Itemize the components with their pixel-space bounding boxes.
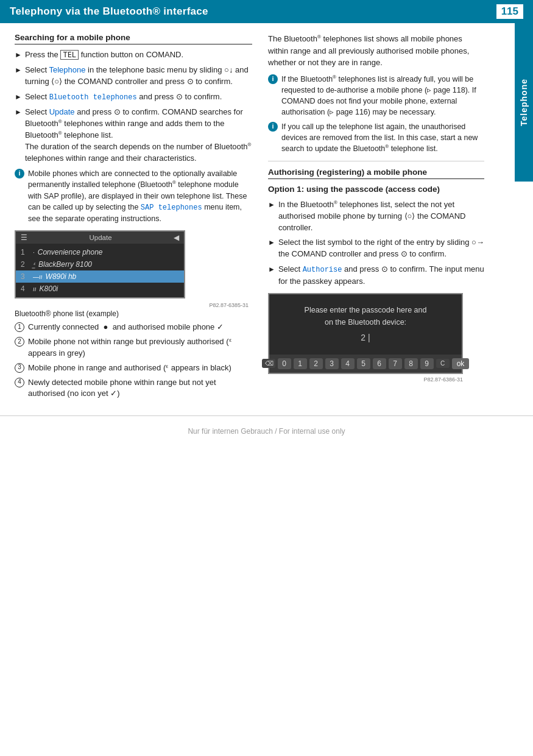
passcode-screenshot: Please enter the passcode here and on th… [268,293,463,373]
screenshot-list: 1 · Convenience phone 2 ᵋ̲ BlackBerry 81… [16,244,184,297]
numpad-1[interactable]: 1 [294,358,307,369]
numpad-5[interactable]: 5 [357,358,370,369]
bullet-item-1: ► Press the TEL function button on COMAN… [15,49,252,61]
page-number: 115 [496,4,523,19]
numpad-clear-icon: C [436,359,450,368]
num-item-1: 1 Currently connected ● and authorised m… [15,322,252,333]
num-circle-4: 4 [15,378,24,387]
info-icon-3: i [268,122,278,132]
left-column: Searching for a mobile phone ► Press the… [0,33,262,403]
right-arrow-2: ► [268,238,275,248]
numpad-9[interactable]: 9 [420,358,434,369]
row-label-4: K800i [40,284,58,293]
bullet-item-2: ► Select Telephone in the telephone basi… [15,65,252,88]
right-arrow-1: ► [268,200,275,210]
screenshot-row-3: 3 —ıı W890i hb [16,270,184,283]
passcode-line2: on the Bluetooth device: [281,316,450,328]
num-text-3: Mobile phone in range and authorised (ᵋ … [28,362,252,374]
row-num-3: 3 [21,272,29,281]
screenshot-caption: Bluetooth® phone list (example) [15,309,252,318]
screenshot-row-2: 2 ᵋ̲ BlackBerry 8100 [16,258,184,270]
num-text-1: Currently connected ● and authorised mob… [28,322,252,333]
numpad-2[interactable]: 2 [309,358,323,369]
num-circle-1: 1 [15,322,24,332]
bullet-item-3: ► Select Bluetooth telephones and press … [15,91,252,103]
section-heading-search: Searching for a mobile phone [15,33,252,44]
right-bullet-3: ► Select Authorise and press ⊙ to confir… [268,264,484,287]
footer-watermark: Nur für internen Gebrauch / For internal… [0,415,533,440]
screenshot-header-icon: ☰ [21,233,27,242]
row-icon-4: ıı [33,286,37,292]
content-wrapper: Searching for a mobile phone ► Press the… [0,23,533,403]
passcode-line1: Please enter the passcode here and [281,304,450,316]
numpad-6[interactable]: 6 [373,358,386,369]
passcode-ref: P82.87-6386-31 [268,376,463,383]
screenshot-row-4: 4 ıı K800i [16,283,184,295]
option-heading: Option 1: using the passcode (access cod… [268,184,484,196]
numpad-4[interactable]: 4 [341,358,355,369]
right-arrow-3: ► [268,264,275,275]
row-icon-1: · [33,249,35,256]
screenshot-box: ☰ Update ◀ 1 · Convenience phone 2 ᵋ̲ Bl… [15,230,185,299]
right-bullet-text-1: In the Bluetooth® telephones list, selec… [278,199,484,234]
bullet-arrow-1: ► [15,50,22,60]
right-intro-text: The Bluetooth® telephones list shows all… [268,33,484,69]
header-title: Telephony via the Bluetooth® interface [10,5,208,18]
numpad-back-icon: ⌫ [262,359,275,368]
right-bullet-1: ► In the Bluetooth® telephones list, sel… [268,199,484,234]
numpad-ok-button[interactable]: ok [452,358,470,369]
numpad-0[interactable]: 0 [278,358,291,369]
page-header: Telephony via the Bluetooth® interface 1… [0,0,533,23]
row-num-2: 2 [21,260,29,269]
info-icon-2: i [268,74,278,84]
num-list: 1 Currently connected ● and authorised m… [15,322,252,400]
screenshot-close-icon: ◀ [174,233,179,242]
passcode-numpad: ⌫ 0 1 2 3 4 5 6 7 8 9 C ok [269,355,462,373]
info-box-3: i If you call up the telephone list agai… [268,121,484,155]
passcode-content: Please enter the passcode here and on th… [269,294,462,354]
row-num-4: 4 [21,284,29,293]
row-label-2: BlackBerry 8100 [38,260,92,269]
row-label-1: Convenience phone [38,248,103,256]
numpad-7[interactable]: 7 [389,358,402,369]
bullet-arrow-3: ► [15,92,22,102]
screenshot-header: ☰ Update ◀ [16,231,184,244]
divider-1 [268,161,484,161]
row-icon-2: ᵋ̲ [33,261,35,268]
bullet-item-4: ► Select Update and press ⊙ to confirm. … [15,107,252,164]
screenshot-row-1: 1 · Convenience phone [16,246,184,258]
right-column: The Bluetooth® telephones list shows all… [262,33,509,403]
screenshot-title: Update [89,234,111,241]
num-item-2: 2 Mobile phone not within range but prev… [15,336,252,359]
bullet-arrow-2: ► [15,65,22,76]
num-circle-2: 2 [15,337,24,347]
numpad-8[interactable]: 8 [404,358,418,369]
right-bullet-text-2: Select the list symbol to the right of t… [278,237,484,260]
right-bullet-2: ► Select the list symbol to the right of… [268,237,484,260]
row-icon-3: —ıı [33,274,43,280]
info-text-3: If you call up the telephone list again,… [281,121,484,155]
info-box-2: i If the Bluetooth® telephones list is a… [268,74,484,118]
bullet-text-4: Select Update and press ⊙ to confirm. CO… [25,107,252,164]
info-icon-1: i [15,169,24,178]
side-tab-telephone: Telephone [515,23,533,182]
section-heading-authorise: Authorising (registering) a mobile phone [268,168,484,179]
row-label-3: W890i hb [46,272,77,281]
row-num-1: 1 [21,248,29,256]
passcode-input: 2 | [281,331,450,344]
bullet-text-1: Press the TEL function button on COMAND. [25,49,252,61]
bullet-text-3: Select Bluetooth telephones and press ⊙ … [25,91,252,103]
num-text-4: Newly detected mobile phone within range… [28,377,252,400]
info-text-1: Mobile phones which are connected to the… [28,168,252,224]
num-item-4: 4 Newly detected mobile phone within ran… [15,377,252,400]
num-item-3: 3 Mobile phone in range and authorised (… [15,362,252,374]
num-text-2: Mobile phone not within range but previo… [28,336,252,359]
bullet-arrow-4: ► [15,107,22,118]
tel-box: TEL [60,50,79,60]
bullet-text-2: Select Telephone in the telephone basic … [25,65,252,88]
right-bullet-text-3: Select Authorise and press ⊙ to confirm.… [278,264,484,287]
info-text-2: If the Bluetooth® telephones list is alr… [281,74,484,118]
num-circle-3: 3 [15,363,24,373]
numpad-3[interactable]: 3 [325,358,339,369]
screenshot-ref: P82.87-6385-31 [15,301,252,309]
